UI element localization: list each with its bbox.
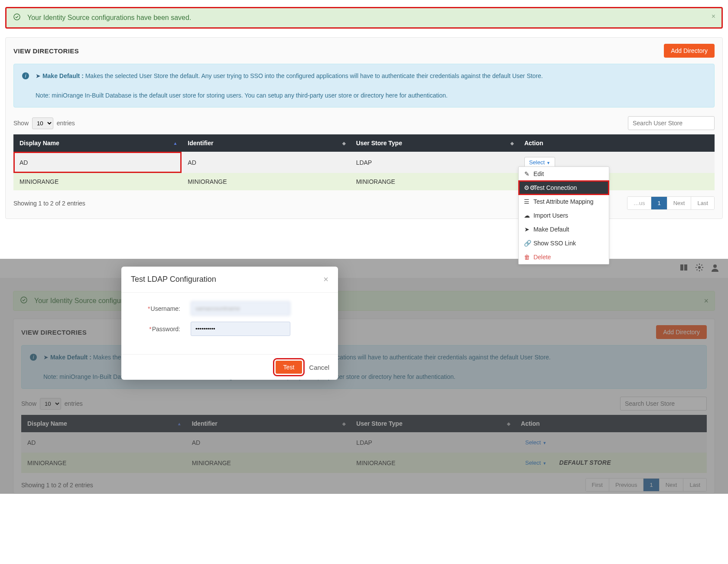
dropdown-import-users[interactable]: ☁ Import Users [519, 209, 609, 222]
sliders-icon: ☰ [524, 198, 530, 205]
pager-last[interactable]: Last [691, 197, 714, 209]
dropdown-test-connection[interactable]: ⚙⚙ Test Connection [519, 181, 609, 195]
show-label: Show [13, 120, 29, 127]
modal-close-button[interactable]: × [323, 274, 328, 284]
cloud-download-icon: ☁ [524, 212, 530, 219]
showing-text: Showing 1 to 2 of 2 entries [13, 200, 85, 207]
link-icon: 🔗 [524, 240, 530, 247]
sort-asc-icon: ▲ [173, 141, 177, 146]
make-default-text: Makes the selected User Store the defaul… [85, 72, 543, 79]
success-alert: Your Identity Source configurations have… [5, 7, 723, 29]
cell-identifier: MINIORANGE [182, 173, 350, 190]
check-circle-icon [13, 13, 20, 22]
cancel-button[interactable]: Cancel [309, 364, 329, 371]
col-user-store-type[interactable]: User Store Type ◆ [350, 134, 518, 152]
dropdown-test-attribute[interactable]: ☰ Test Attribute Mapping [519, 195, 609, 209]
password-field[interactable] [191, 322, 290, 336]
password-label: *Password: [134, 326, 191, 333]
username-label: *Username: [134, 305, 191, 312]
cell-action: Select▼ ✎ Edit ⚙⚙ Test Connection [518, 152, 715, 173]
caret-down-icon: ▼ [546, 161, 550, 165]
test-button[interactable]: Test [276, 361, 302, 374]
make-default-label: Make Default : [42, 72, 84, 79]
cell-user-store-type: LDAP [350, 152, 518, 173]
alert-close-button[interactable]: × [712, 13, 715, 20]
col-identifier[interactable]: Identifier ◆ [182, 134, 350, 152]
pointer-icon: ➤ [36, 72, 41, 79]
info-icon: i [22, 72, 29, 82]
directories-table: Display Name ▲ Identifier ◆ User Store T… [13, 134, 715, 190]
cell-user-store-type: MINIORANGE [350, 173, 518, 190]
alert-message: Your Identity Source configurations have… [27, 14, 191, 22]
cell-identifier: AD [182, 152, 350, 173]
add-directory-button[interactable]: Add Directory [664, 44, 715, 58]
info-box: i ➤ Make Default : Makes the selected Us… [13, 64, 715, 108]
directories-panel: VIEW DIRECTORIES Add Directory i ➤ Make … [5, 37, 723, 219]
edit-icon: ✎ [524, 170, 530, 177]
sort-icon: ◆ [510, 141, 514, 146]
cell-display-name: MINIORANGE [13, 173, 182, 190]
dropdown-make-default[interactable]: ➤ Make Default [519, 222, 609, 236]
info-note: Note: miniOrange In-Built Database is th… [36, 92, 448, 99]
modal-overlay[interactable] [0, 259, 728, 494]
sort-icon: ◆ [342, 141, 346, 146]
svg-text:i: i [25, 73, 26, 79]
panel-title: VIEW DIRECTORIES [13, 47, 79, 55]
modal-title: Test LDAP Configuration [131, 275, 216, 284]
username-field[interactable] [191, 301, 290, 316]
pager-prev-trunc[interactable]: …us [627, 197, 651, 209]
search-input[interactable] [628, 116, 715, 130]
pager-next[interactable]: Next [667, 197, 691, 209]
entries-label: entries [57, 120, 75, 127]
pager-page-1[interactable]: 1 [651, 197, 666, 209]
pointer-icon: ➤ [524, 226, 530, 233]
trash-icon: 🗑 [524, 254, 530, 261]
col-action: Action [518, 134, 715, 152]
table-row: MINIORANGE MINIORANGE MINIORANGE [13, 173, 715, 190]
col-display-name[interactable]: Display Name ▲ [13, 134, 182, 152]
dropdown-show-sso-link[interactable]: 🔗 Show SSO Link [519, 236, 609, 250]
dropdown-edit[interactable]: ✎ Edit [519, 167, 609, 181]
action-dropdown-menu: ✎ Edit ⚙⚙ Test Connection ☰ Test Attribu… [518, 166, 609, 264]
test-ldap-modal: Test LDAP Configuration × *Username: *Pa… [121, 267, 338, 380]
table-row: AD AD LDAP Select▼ ✎ Edit [13, 152, 715, 173]
pager: …us 1 Next Last [627, 196, 715, 210]
cell-display-name: AD [13, 152, 182, 173]
cogs-icon: ⚙⚙ [524, 184, 530, 191]
page-size-select[interactable]: 10 [32, 117, 53, 129]
dropdown-delete[interactable]: 🗑 Delete [519, 250, 609, 264]
